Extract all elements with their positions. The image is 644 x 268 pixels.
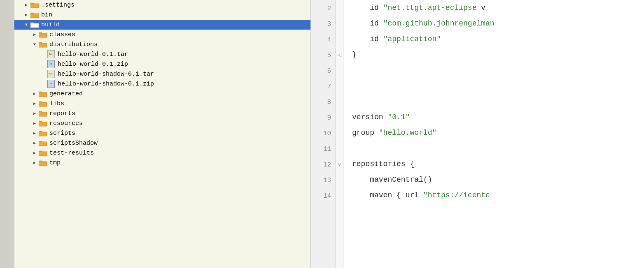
tree-arrow: ▶	[31, 91, 38, 96]
tree-item-classes[interactable]: ▶ classes	[14, 30, 310, 39]
tree-item-label: hello-world-0.1.tar	[58, 51, 128, 58]
tree-item-settings[interactable]: ▶ .settings	[14, 0, 310, 10]
tree-item-label: test-results	[49, 150, 94, 157]
fold-marker	[336, 62, 343, 78]
folder-icon	[38, 110, 47, 117]
tree-item-label: generated	[49, 90, 83, 97]
project-strip	[0, 0, 14, 268]
fold-marker	[336, 94, 343, 109]
tar-icon: TAR	[47, 70, 56, 78]
line-number: 4	[311, 31, 335, 47]
tree-arrow: ▶	[31, 141, 38, 146]
line-number: 3	[311, 16, 335, 31]
tree-arrow: ▶	[31, 121, 38, 126]
tree-arrow: ▶	[31, 101, 38, 106]
fold-marker	[336, 0, 343, 16]
tree-item-label: distributions	[49, 41, 98, 48]
tree-item-scriptsShadow[interactable]: ▶ scriptsShadow	[14, 138, 310, 148]
tree-item-scripts[interactable]: ▶ scripts	[14, 128, 310, 138]
code-editor: 234567891011121314 ◁▽ id "net.ttgt.apt-e…	[311, 0, 644, 268]
line-number: 6	[311, 62, 335, 78]
fold-marker	[336, 172, 343, 187]
tree-item-reports[interactable]: ▶ reports	[14, 109, 310, 118]
fold-marker[interactable]: ▽	[336, 156, 343, 172]
line-number: 7	[311, 78, 335, 94]
folder-icon	[38, 31, 47, 38]
tree-item-label: resources	[49, 120, 83, 127]
tree-item-hello-world-tar[interactable]: TARhello-world-0.1.tar	[14, 49, 310, 59]
tree-item-hello-world-shadow-zip[interactable]: ≡hello-world-shadow-0.1.zip	[14, 79, 310, 89]
code-line: repositories {	[352, 156, 636, 172]
tree-arrow: ▶	[31, 160, 38, 165]
tree-item-libs[interactable]: ▶ libs	[14, 99, 310, 109]
tar-icon: TAR	[47, 51, 56, 58]
code-line	[352, 62, 636, 78]
tree-item-tmp[interactable]: ▶ tmp	[14, 158, 310, 168]
tree-item-label: libs	[49, 100, 64, 107]
fold-marker[interactable]: ◁	[336, 47, 343, 62]
tree-arrow: ▼	[31, 42, 38, 47]
fold-marker	[336, 16, 343, 31]
folder-icon	[38, 159, 47, 166]
tree-item-bin[interactable]: ▶ bin	[14, 10, 310, 20]
folder-icon	[38, 139, 47, 147]
code-line: id "net.ttgt.apt-eclipse v	[352, 0, 636, 16]
code-line: mavenCentral()	[352, 172, 636, 187]
folder-icon	[38, 100, 47, 107]
tree-arrow: ▼	[23, 23, 30, 27]
fold-marker	[336, 109, 343, 125]
fold-marker	[336, 141, 343, 156]
tree-item-generated[interactable]: ▶ generated	[14, 89, 310, 99]
line-numbers: 234567891011121314	[311, 0, 336, 268]
tree-item-label: scripts	[49, 130, 75, 137]
tree-item-label: reports	[49, 110, 75, 117]
folder-icon	[30, 11, 39, 18]
tree-arrow: ▶	[23, 2, 30, 7]
code-line: id "application"	[352, 31, 636, 47]
line-number: 11	[311, 141, 335, 156]
line-number: 13	[311, 172, 335, 187]
code-lines: id "net.ttgt.apt-eclipse v id "com.githu…	[344, 0, 644, 268]
tree-arrow: ▶	[31, 131, 38, 136]
code-line	[352, 141, 636, 156]
folder-icon	[30, 1, 39, 9]
fold-marker	[336, 187, 343, 203]
code-line: group "hello.world"	[352, 125, 636, 141]
fold-marker	[336, 78, 343, 94]
tree-item-hello-world-zip[interactable]: ≡hello-world-0.1.zip	[14, 59, 310, 69]
code-line: maven { url "https://icente	[352, 187, 636, 203]
tree-item-label: .settings	[41, 2, 75, 9]
line-number: 2	[311, 0, 335, 16]
tree-item-label: scriptsShadow	[49, 140, 98, 147]
line-number: 12	[311, 156, 335, 172]
line-number: 9	[311, 109, 335, 125]
folder-icon	[38, 120, 47, 127]
tree-arrow: ▶	[31, 32, 38, 37]
folder-icon	[38, 41, 47, 48]
tree-item-label: classes	[49, 31, 75, 38]
tree-item-resources[interactable]: ▶ resources	[14, 118, 310, 128]
tree-item-label: hello-world-shadow-0.1.tar	[58, 71, 154, 78]
fold-marker	[336, 125, 343, 141]
tree-item-label: hello-world-0.1.zip	[58, 61, 128, 68]
code-line	[352, 94, 636, 109]
tree-item-test-results[interactable]: ▶ test-results	[14, 148, 310, 158]
tree-arrow: ▶	[31, 111, 38, 116]
tree-item-hello-world-shadow-tar[interactable]: TARhello-world-shadow-0.1.tar	[14, 69, 310, 79]
file-tree: ▶ .settings▶ bin▼ build▶ classes▼ distri…	[14, 0, 311, 268]
code-line	[352, 78, 636, 94]
line-number: 5	[311, 47, 335, 62]
tree-item-label: build	[41, 21, 60, 28]
fold-marker	[336, 31, 343, 47]
line-number: 8	[311, 94, 335, 109]
code-line: version "0.1"	[352, 109, 636, 125]
zip-icon: ≡	[47, 80, 56, 88]
tree-item-distributions[interactable]: ▼ distributions	[14, 39, 310, 49]
folder-icon	[38, 129, 47, 137]
folder-icon	[38, 90, 47, 97]
tree-item-label: tmp	[49, 159, 61, 166]
zip-icon: ≡	[47, 60, 56, 68]
line-number: 14	[311, 187, 335, 203]
tree-item-build[interactable]: ▼ build	[14, 20, 310, 30]
tree-item-label: bin	[41, 12, 52, 18]
